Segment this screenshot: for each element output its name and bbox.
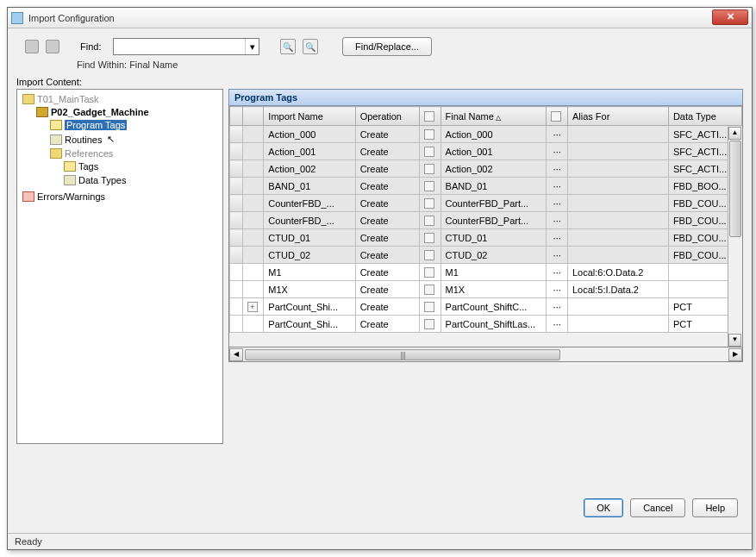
row-header-cell[interactable]: [230, 126, 243, 143]
row-header-cell[interactable]: [230, 178, 243, 195]
final-name-cell[interactable]: CounterFBD_Part...: [440, 212, 547, 229]
row-header-cell[interactable]: [230, 229, 243, 247]
final-dots-cell[interactable]: ···: [547, 298, 567, 316]
table-row[interactable]: Action_002CreateAction_002···SFC_ACTI...: [230, 160, 742, 178]
operation-cell[interactable]: Create: [355, 316, 419, 333]
table-row[interactable]: CTUD_01CreateCTUD_01···FBD_COU...: [230, 229, 742, 247]
expand-icon[interactable]: [247, 302, 258, 312]
final-icon-cell[interactable]: [420, 126, 440, 143]
import-name-cell[interactable]: CounterFBD_...: [264, 212, 355, 229]
tree-errors[interactable]: Errors/Warnings: [22, 191, 105, 202]
final-dots-cell[interactable]: ···: [547, 247, 567, 264]
alias-cell[interactable]: [567, 126, 668, 143]
row-header-cell[interactable]: [230, 247, 243, 264]
operation-cell[interactable]: Create: [355, 281, 419, 298]
alias-cell[interactable]: [567, 316, 668, 333]
row-header-cell[interactable]: [230, 212, 243, 229]
final-icon-cell[interactable]: [420, 264, 440, 281]
scroll-right-icon[interactable]: ▶: [728, 348, 742, 361]
col-import-name[interactable]: Import Name: [264, 107, 355, 126]
scroll-up-icon[interactable]: ▲: [728, 127, 741, 140]
scroll-thumb[interactable]: [729, 141, 741, 237]
import-name-cell[interactable]: PartCount_Shi...: [264, 316, 355, 333]
final-dots-cell[interactable]: ···: [547, 316, 567, 333]
row-header-cell[interactable]: [230, 143, 243, 160]
import-name-cell[interactable]: PartCount_Shi...: [264, 298, 355, 316]
table-row[interactable]: Action_000CreateAction_000···SFC_ACTI...: [230, 126, 742, 143]
ok-button[interactable]: OK: [584, 498, 623, 517]
table-row[interactable]: Action_001CreateAction_001···SFC_ACTI...: [230, 143, 742, 160]
final-name-cell[interactable]: CTUD_01: [440, 229, 547, 247]
final-dots-cell[interactable]: ···: [547, 195, 567, 212]
alias-cell[interactable]: [567, 229, 668, 247]
final-name-cell[interactable]: M1: [440, 264, 547, 281]
table-row[interactable]: PartCount_Shi...CreatePartCount_ShiftLas…: [230, 316, 742, 333]
table-row[interactable]: M1XCreateM1X···Local:5:I.Data.2: [230, 281, 742, 298]
import-name-cell[interactable]: CTUD_01: [264, 229, 355, 247]
horizontal-scrollbar[interactable]: ◀ ▶: [228, 347, 743, 362]
import-name-cell[interactable]: CTUD_02: [264, 247, 355, 264]
tree-program-tags[interactable]: Program Tags: [50, 120, 127, 130]
tree-pane[interactable]: T01_MainTask P02_Gadget_Machine Program …: [16, 89, 223, 444]
help-button[interactable]: Help: [692, 498, 738, 517]
row-header-cell[interactable]: [230, 160, 243, 178]
table-row[interactable]: BAND_01CreateBAND_01···FBD_BOO...: [230, 178, 742, 195]
col-row-header[interactable]: [230, 107, 243, 126]
expand-cell[interactable]: [242, 195, 263, 212]
alias-cell[interactable]: Local:5:I.Data.2: [567, 281, 668, 298]
final-icon-cell[interactable]: [420, 281, 440, 298]
operation-cell[interactable]: Create: [355, 195, 419, 212]
operation-cell[interactable]: Create: [355, 247, 419, 264]
find-next-icon[interactable]: 🔍: [280, 39, 296, 54]
expand-cell[interactable]: [242, 143, 263, 160]
final-icon-cell[interactable]: [420, 212, 440, 229]
cancel-button[interactable]: Cancel: [630, 498, 685, 517]
import-name-cell[interactable]: M1X: [264, 281, 355, 298]
alias-cell[interactable]: [567, 212, 668, 229]
col-final-name[interactable]: Final Name△: [440, 107, 547, 126]
import-name-cell[interactable]: M1: [264, 264, 355, 281]
expand-cell[interactable]: [242, 281, 263, 298]
table-row[interactable]: M1CreateM1···Local:6:O.Data.2: [230, 264, 742, 281]
expand-cell[interactable]: [242, 160, 263, 178]
grid[interactable]: Import Name Operation Final Name△ Alias …: [228, 106, 743, 347]
import-name-cell[interactable]: BAND_01: [264, 178, 355, 195]
final-dots-cell[interactable]: ···: [547, 178, 567, 195]
import-name-cell[interactable]: Action_002: [264, 160, 355, 178]
col-alias-icon[interactable]: [547, 107, 567, 126]
final-icon-cell[interactable]: [420, 316, 440, 333]
expand-cell[interactable]: [242, 212, 263, 229]
table-row[interactable]: CounterFBD_...CreateCounterFBD_Part...··…: [230, 195, 742, 212]
find-combo[interactable]: ▾: [113, 38, 259, 55]
operation-cell[interactable]: Create: [355, 298, 419, 316]
nav-forward-icon[interactable]: [46, 40, 59, 53]
alias-cell[interactable]: [567, 178, 668, 195]
final-dots-cell[interactable]: ···: [547, 160, 567, 178]
final-name-cell[interactable]: M1X: [440, 281, 547, 298]
scroll-left-icon[interactable]: ◀: [229, 348, 243, 361]
final-name-cell[interactable]: CTUD_02: [440, 247, 547, 264]
alias-cell[interactable]: [567, 160, 668, 178]
final-dots-cell[interactable]: ···: [547, 229, 567, 247]
final-dots-cell[interactable]: ···: [547, 126, 567, 143]
col-operation[interactable]: Operation: [355, 107, 419, 126]
import-name-cell[interactable]: Action_000: [264, 126, 355, 143]
row-header-cell[interactable]: [230, 298, 243, 316]
tree-tags[interactable]: Tags: [64, 161, 98, 172]
alias-cell[interactable]: [567, 195, 668, 212]
tree-routines[interactable]: Routines↖: [50, 134, 115, 145]
alias-cell[interactable]: [567, 143, 668, 160]
find-dropdown-icon[interactable]: ▾: [245, 39, 259, 54]
tree-root[interactable]: T01_MainTask: [22, 94, 99, 104]
find-prev-icon[interactable]: 🔍: [303, 39, 318, 54]
final-name-cell[interactable]: Action_001: [440, 143, 547, 160]
col-expand[interactable]: [242, 107, 263, 126]
tree-program[interactable]: P02_Gadget_Machine: [36, 107, 149, 117]
final-name-cell[interactable]: BAND_01: [440, 178, 547, 195]
expand-cell[interactable]: [242, 178, 263, 195]
col-data-type[interactable]: Data Type: [668, 107, 741, 126]
final-icon-cell[interactable]: [420, 229, 440, 247]
col-final-icon[interactable]: [420, 107, 440, 126]
tree-data-types[interactable]: Data Types: [64, 175, 126, 185]
final-name-cell[interactable]: PartCount_ShiftLas...: [440, 316, 547, 333]
